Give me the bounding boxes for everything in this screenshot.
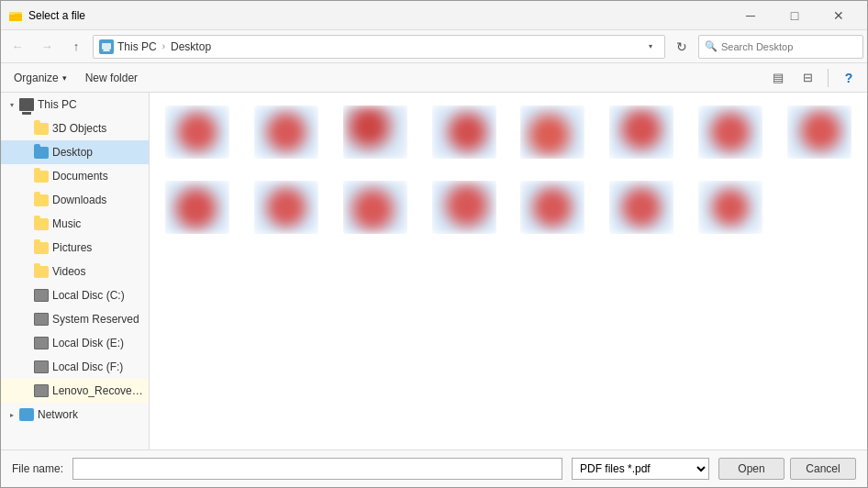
svg-rect-3 bbox=[102, 43, 111, 50]
list-item[interactable] bbox=[690, 175, 772, 243]
sidebar-item-local-disc-f[interactable]: Local Disc (F:) bbox=[1, 355, 149, 379]
list-item[interactable] bbox=[601, 175, 683, 243]
list-item[interactable] bbox=[157, 175, 239, 243]
list-item[interactable] bbox=[335, 100, 417, 168]
expand-icon-documents bbox=[19, 169, 34, 183]
expand-icon-desktop bbox=[19, 145, 34, 160]
expand-icon-videos bbox=[19, 264, 34, 279]
list-item[interactable] bbox=[423, 175, 505, 243]
drive-icon-e bbox=[34, 336, 49, 350]
list-item[interactable] bbox=[246, 175, 328, 243]
organize-button[interactable]: Organize ▾ bbox=[6, 67, 74, 89]
drive-icon-c bbox=[34, 288, 49, 303]
address-bar: ← → ↑ This PC › Desktop ▾ ↻ 🔍 bbox=[1, 30, 867, 63]
sidebar-label-system-reserved: System Reserved bbox=[52, 313, 139, 326]
action-buttons: Open Cancel bbox=[718, 458, 856, 480]
computer-icon-this-pc bbox=[19, 97, 34, 112]
view-button-2[interactable]: ⊟ bbox=[795, 67, 820, 89]
sidebar-item-network[interactable]: ▸ Network bbox=[1, 403, 149, 427]
list-item[interactable] bbox=[512, 100, 594, 168]
main-content: ▾ This PC 3D Objects Desktop bbox=[1, 93, 867, 449]
title-bar: Select a file ─ □ ✕ bbox=[1, 1, 867, 30]
breadcrumb-this-pc: This PC bbox=[117, 40, 157, 53]
new-folder-button[interactable]: New folder bbox=[78, 67, 145, 89]
list-item[interactable] bbox=[512, 175, 594, 243]
up-button[interactable]: ↑ bbox=[63, 34, 89, 60]
breadcrumb-current: Desktop bbox=[171, 40, 211, 53]
new-folder-label: New folder bbox=[85, 72, 138, 84]
sidebar-item-videos[interactable]: Videos bbox=[1, 260, 149, 283]
file-dialog: Select a file ─ □ ✕ ← → ↑ This PC › Desk… bbox=[0, 0, 868, 488]
expand-icon-network: ▸ bbox=[5, 407, 19, 422]
expand-icon-pictures bbox=[19, 240, 34, 255]
maximize-button[interactable]: □ bbox=[773, 1, 816, 30]
sidebar-item-system-reserved[interactable]: System Reserved bbox=[1, 307, 149, 331]
sidebar-label-music: Music bbox=[52, 217, 81, 230]
search-bar: 🔍 bbox=[698, 35, 863, 59]
breadcrumb-dropdown-button[interactable]: ▾ bbox=[642, 35, 659, 59]
folder-icon-documents bbox=[34, 169, 49, 183]
breadcrumb-separator1: › bbox=[162, 41, 165, 51]
breadcrumb-bar[interactable]: This PC › Desktop ▾ bbox=[93, 35, 665, 59]
breadcrumb-this-pc-icon bbox=[99, 39, 114, 54]
network-icon bbox=[19, 407, 34, 422]
forward-button[interactable]: → bbox=[34, 34, 60, 60]
sidebar-item-music[interactable]: Music bbox=[1, 212, 149, 236]
window-controls: ─ □ ✕ bbox=[729, 1, 860, 30]
sidebar-label-lenovo-recovery: Lenovo_Recovery (G:) bbox=[52, 384, 145, 397]
back-button[interactable]: ← bbox=[5, 34, 30, 60]
sidebar-item-desktop[interactable]: Desktop bbox=[1, 140, 149, 164]
sidebar-item-downloads[interactable]: Downloads bbox=[1, 188, 149, 212]
sidebar-item-pictures[interactable]: Pictures bbox=[1, 236, 149, 260]
view-button-1[interactable]: ▤ bbox=[765, 67, 791, 89]
drive-icon-g bbox=[34, 383, 49, 398]
file-type-select[interactable]: PDF files *.pdf All files *.* bbox=[572, 458, 709, 480]
sidebar-label-documents: Documents bbox=[52, 170, 108, 183]
close-button[interactable]: ✕ bbox=[818, 1, 860, 30]
view-icon-1: ▤ bbox=[773, 71, 784, 84]
expand-icon-local-disc-c bbox=[19, 288, 34, 303]
folder-icon-pictures bbox=[34, 240, 49, 255]
refresh-button[interactable]: ↻ bbox=[669, 34, 695, 60]
list-item[interactable] bbox=[246, 100, 328, 168]
sidebar-item-local-disk-e[interactable]: Local Disk (E:) bbox=[1, 331, 149, 355]
sidebar-label-this-pc: This PC bbox=[38, 98, 77, 111]
expand-icon-system-reserved bbox=[19, 312, 34, 327]
list-item[interactable] bbox=[423, 100, 505, 168]
expand-icon-local-disk-e bbox=[19, 336, 34, 350]
sidebar-item-this-pc[interactable]: ▾ This PC bbox=[1, 93, 149, 116]
search-input[interactable] bbox=[721, 41, 857, 52]
cancel-button[interactable]: Cancel bbox=[790, 458, 856, 480]
dialog-icon bbox=[8, 8, 23, 23]
folder-icon-downloads bbox=[34, 193, 49, 207]
help-icon: ? bbox=[845, 71, 853, 85]
sidebar: ▾ This PC 3D Objects Desktop bbox=[1, 93, 150, 449]
sidebar-label-downloads: Downloads bbox=[52, 194, 106, 206]
file-name-input[interactable] bbox=[72, 458, 562, 480]
expand-icon-3d-objects bbox=[19, 121, 34, 136]
search-icon: 🔍 bbox=[705, 40, 718, 52]
list-item[interactable] bbox=[778, 100, 860, 168]
sidebar-item-local-disc-c[interactable]: Local Disc (C:) bbox=[1, 283, 149, 307]
folder-icon-desktop bbox=[34, 145, 49, 160]
list-item[interactable] bbox=[690, 100, 772, 168]
list-item[interactable] bbox=[601, 100, 683, 168]
expand-icon-lenovo-recovery bbox=[19, 383, 34, 398]
sidebar-label-local-disc-c: Local Disc (C:) bbox=[52, 289, 125, 302]
sidebar-item-3d-objects[interactable]: 3D Objects bbox=[1, 116, 149, 140]
svg-rect-5 bbox=[103, 50, 110, 51]
list-item[interactable] bbox=[157, 100, 239, 168]
svg-rect-2 bbox=[9, 12, 15, 15]
expand-icon-local-disc-f bbox=[19, 360, 34, 374]
sidebar-label-videos: Videos bbox=[52, 265, 85, 278]
help-button[interactable]: ? bbox=[836, 67, 862, 89]
sidebar-item-lenovo-recovery[interactable]: Lenovo_Recovery (G:) bbox=[1, 379, 149, 403]
minimize-button[interactable]: ─ bbox=[729, 1, 772, 30]
drive-icon-system-reserved bbox=[34, 312, 49, 327]
sidebar-label-3d-objects: 3D Objects bbox=[52, 122, 106, 135]
open-button[interactable]: Open bbox=[718, 458, 785, 480]
sidebar-item-documents[interactable]: Documents bbox=[1, 164, 149, 188]
view-icon-2: ⊟ bbox=[803, 71, 813, 84]
toolbar-right: ▤ ⊟ ? bbox=[765, 67, 862, 89]
list-item[interactable] bbox=[335, 175, 417, 243]
